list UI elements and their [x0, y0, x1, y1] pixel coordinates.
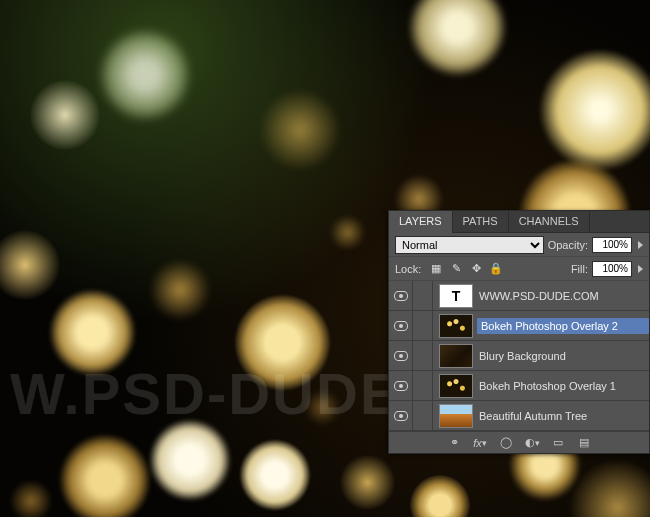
layer-row[interactable]: T WWW.PSD-DUDE.COM [389, 281, 649, 311]
bokeh-circle [150, 260, 210, 320]
opacity-input[interactable]: 100% [592, 237, 632, 253]
layer-thumbnail[interactable]: T [439, 284, 473, 308]
bokeh-circle [305, 390, 340, 425]
tab-layers[interactable]: LAYERS [389, 211, 453, 233]
layer-name[interactable]: Beautiful Autumn Tree [477, 410, 649, 422]
layers-panel: LAYERS PATHS CHANNELS Normal Opacity: 10… [388, 210, 650, 454]
layer-row[interactable]: Beautiful Autumn Tree [389, 401, 649, 431]
visibility-icon[interactable] [394, 381, 408, 391]
layer-name[interactable]: Blury Background [477, 350, 649, 362]
lock-pixels-icon[interactable]: ✎ [449, 262, 463, 276]
opacity-flyout-icon[interactable] [638, 241, 643, 249]
layer-mask-icon[interactable]: ◯ [498, 436, 514, 450]
layer-row[interactable]: Bokeh Photoshop Overlay 2 [389, 311, 649, 341]
bokeh-circle [570, 460, 650, 517]
layer-name[interactable]: Bokeh Photoshop Overlay 1 [477, 380, 649, 392]
fill-input[interactable]: 100% [592, 261, 632, 277]
lock-label: Lock: [395, 263, 421, 275]
bokeh-circle [240, 440, 310, 510]
bokeh-circle [150, 420, 230, 500]
layer-thumbnail[interactable] [439, 404, 473, 428]
bokeh-circle [410, 0, 505, 75]
bokeh-circle [100, 30, 190, 120]
blend-opacity-row: Normal Opacity: 100% [389, 233, 649, 257]
bokeh-circle [260, 90, 340, 170]
bokeh-circle [50, 290, 135, 375]
layer-group-icon[interactable]: ▭ [550, 436, 566, 450]
lock-all-icon[interactable]: 🔒 [489, 262, 503, 276]
layer-row[interactable]: Bokeh Photoshop Overlay 1 [389, 371, 649, 401]
blend-mode-select[interactable]: Normal [395, 236, 544, 254]
layer-name[interactable]: Bokeh Photoshop Overlay 2 [477, 318, 649, 334]
bokeh-circle [330, 215, 365, 250]
layer-thumbnail[interactable] [439, 344, 473, 368]
opacity-label: Opacity: [548, 239, 588, 251]
tab-channels[interactable]: CHANNELS [509, 211, 590, 233]
fill-flyout-icon[interactable] [638, 265, 643, 273]
lock-position-icon[interactable]: ✥ [469, 262, 483, 276]
bokeh-circle [0, 230, 60, 300]
layers-list: T WWW.PSD-DUDE.COM Bokeh Photoshop Overl… [389, 281, 649, 431]
layer-row[interactable]: Blury Background [389, 341, 649, 371]
visibility-icon[interactable] [394, 351, 408, 361]
bokeh-circle [340, 455, 395, 510]
panel-footer: ⚭ fx▾ ◯ ◐▾ ▭ ▤ [389, 431, 649, 453]
new-layer-icon[interactable]: ▤ [576, 436, 592, 450]
visibility-icon[interactable] [394, 291, 408, 301]
lock-fill-row: Lock: ▦ ✎ ✥ 🔒 Fill: 100% [389, 257, 649, 281]
visibility-icon[interactable] [394, 321, 408, 331]
adjustment-layer-icon[interactable]: ◐▾ [524, 436, 540, 450]
layer-thumbnail[interactable] [439, 314, 473, 338]
bokeh-circle [30, 80, 100, 150]
bokeh-circle [410, 475, 470, 517]
layer-name[interactable]: WWW.PSD-DUDE.COM [477, 290, 649, 302]
tab-paths[interactable]: PATHS [453, 211, 509, 233]
link-layers-icon[interactable]: ⚭ [446, 436, 462, 450]
layer-thumbnail[interactable] [439, 374, 473, 398]
bokeh-circle [60, 435, 150, 517]
bokeh-circle [540, 50, 650, 170]
bokeh-circle [10, 480, 52, 517]
fx-icon[interactable]: fx▾ [472, 436, 488, 450]
visibility-icon[interactable] [394, 411, 408, 421]
lock-transparency-icon[interactable]: ▦ [429, 262, 443, 276]
fill-label: Fill: [571, 263, 588, 275]
panel-tabs: LAYERS PATHS CHANNELS [389, 211, 649, 233]
bokeh-circle [235, 295, 330, 390]
